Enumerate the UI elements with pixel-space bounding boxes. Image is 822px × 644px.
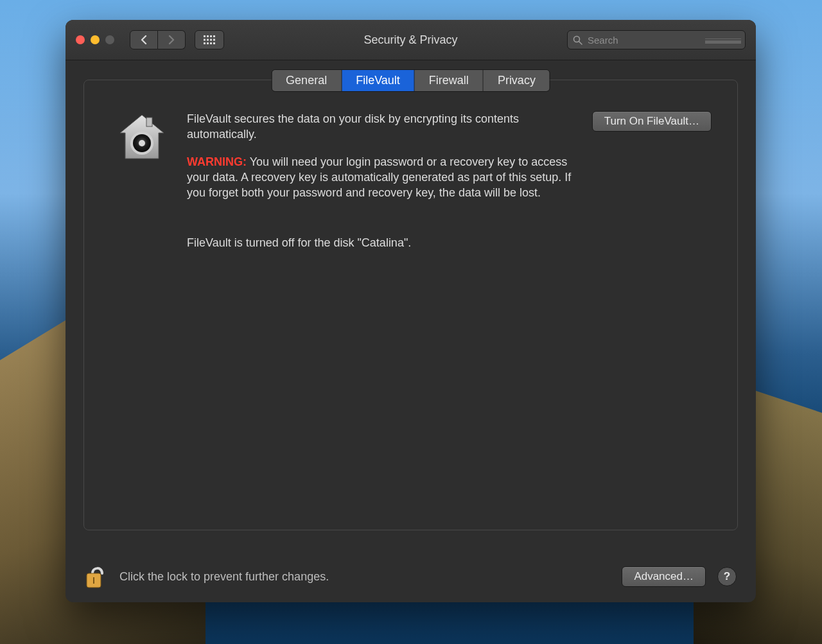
show-all-button[interactable]: [195, 30, 224, 49]
svg-rect-8: [204, 42, 206, 44]
chevron-right-icon: [168, 35, 175, 44]
nav-segment: [130, 30, 186, 49]
tab-firewall[interactable]: Firewall: [415, 70, 484, 91]
search-field-wrapper[interactable]: [567, 30, 746, 49]
svg-point-18: [139, 140, 145, 146]
svg-rect-5: [207, 39, 209, 41]
help-button[interactable]: ?: [717, 567, 737, 586]
help-label: ?: [724, 570, 730, 583]
search-icon: [573, 35, 582, 45]
tab-general[interactable]: General: [272, 70, 342, 91]
svg-rect-0: [204, 35, 206, 37]
tab-label: Firewall: [429, 74, 469, 87]
button-label: Advanced…: [634, 570, 694, 582]
turn-on-filevault-button[interactable]: Turn On FileVault…: [592, 111, 712, 132]
svg-rect-4: [204, 39, 206, 41]
svg-rect-9: [207, 42, 209, 44]
grid-icon: [204, 35, 215, 44]
svg-rect-6: [210, 39, 212, 41]
window-footer: Click the lock to prevent further change…: [66, 551, 756, 602]
tab-label: FileVault: [356, 74, 400, 87]
tab-filevault[interactable]: FileVault: [342, 70, 415, 91]
tab-label: General: [286, 74, 327, 87]
lock-open-icon: [85, 562, 105, 589]
traffic-lights: [76, 35, 114, 44]
svg-rect-15: [146, 117, 152, 126]
warning-label: WARNING:: [187, 155, 247, 168]
minimize-window-button[interactable]: [91, 35, 100, 44]
content-panel: General FileVault Firewall Privacy: [83, 80, 738, 530]
tab-bar: General FileVault Firewall Privacy: [271, 69, 550, 92]
svg-rect-1: [207, 35, 209, 37]
back-button[interactable]: [130, 30, 158, 49]
window-titlebar: Security & Privacy: [66, 20, 756, 60]
tab-privacy[interactable]: Privacy: [484, 70, 550, 91]
svg-rect-2: [210, 35, 212, 37]
svg-line-13: [579, 41, 582, 44]
search-resize-grip[interactable]: [705, 39, 741, 41]
close-window-button[interactable]: [76, 35, 85, 44]
filevault-warning: WARNING: You will need your login passwo…: [187, 154, 573, 201]
forward-button[interactable]: [158, 30, 186, 49]
svg-rect-11: [213, 42, 215, 44]
svg-rect-10: [210, 42, 212, 44]
preferences-window: Security & Privacy General FileVault Fir…: [66, 20, 756, 602]
tab-label: Privacy: [498, 74, 536, 87]
svg-rect-7: [213, 39, 215, 41]
filevault-description: FileVault secures the data on your disk …: [187, 111, 573, 143]
filevault-house-icon: [116, 111, 168, 162]
advanced-button[interactable]: Advanced…: [622, 566, 706, 587]
svg-rect-20: [93, 577, 94, 584]
lock-button[interactable]: [85, 562, 105, 591]
chevron-left-icon: [140, 35, 148, 44]
lock-hint-text: Click the lock to prevent further change…: [119, 570, 329, 584]
svg-rect-3: [213, 35, 215, 37]
filevault-status: FileVault is turned off for the disk "Ca…: [187, 235, 712, 250]
zoom-window-button[interactable]: [105, 35, 114, 44]
button-label: Turn On FileVault…: [604, 115, 699, 127]
